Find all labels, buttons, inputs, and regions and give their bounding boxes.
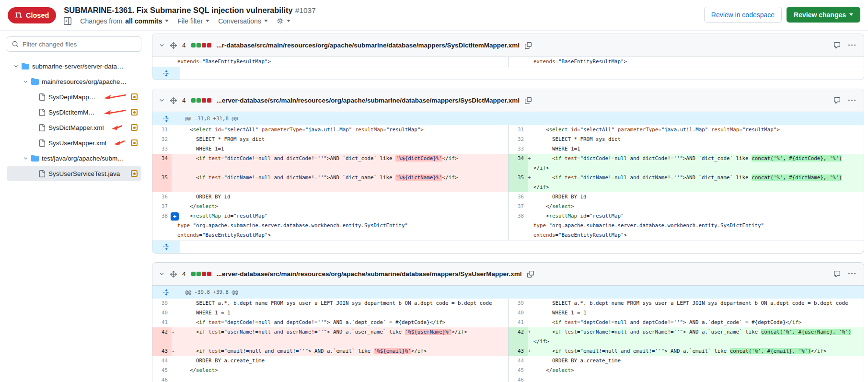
line-number[interactable]: 44: [509, 356, 528, 366]
collapse-file-button[interactable]: [159, 42, 165, 48]
line-number[interactable]: 43: [152, 347, 172, 356]
line-number[interactable]: 38: [152, 211, 172, 240]
sidebar-toggle-button[interactable]: [64, 17, 71, 25]
sidebar-item-folder-6[interactable]: test/java/org/apache/submarine/s...: [7, 150, 141, 166]
line-number[interactable]: 39: [509, 299, 528, 308]
line-number[interactable]: 33: [152, 144, 172, 154]
line-number[interactable]: 38: [509, 211, 528, 240]
add-comment-button[interactable]: +: [171, 212, 179, 220]
line-number[interactable]: 34: [509, 154, 528, 173]
line-number[interactable]: 40: [509, 308, 528, 318]
line-number[interactable]: 36: [509, 192, 528, 202]
pr-header: Closed SUBMARINE-1361. Fix Submarine SQL…: [0, 0, 868, 31]
line-number[interactable]: 39: [152, 299, 172, 308]
diff-marker: [172, 356, 177, 366]
diffstat-square-add: [197, 98, 201, 103]
expand-hunk-button[interactable]: [152, 289, 180, 296]
drag-handle-icon[interactable]: [170, 97, 177, 104]
copy-path-button[interactable]: [527, 271, 534, 278]
diff-row: 38 <resultMap id="resultMap" type="org.a…: [152, 211, 864, 240]
line-number[interactable]: 37: [152, 202, 172, 211]
file-menu-button[interactable]: [848, 270, 856, 278]
line-number[interactable]: [509, 57, 528, 67]
expand-diff-row: [152, 240, 864, 253]
line-number[interactable]: 33: [509, 144, 528, 154]
conversations-dropdown[interactable]: Conversations: [218, 17, 268, 25]
collapse-file-button[interactable]: [159, 271, 165, 277]
line-number[interactable]: 45: [509, 366, 528, 375]
diff-code: WHERE 1=1: [533, 144, 864, 154]
sidebar-item-file-4[interactable]: SysDictMapper.xml: [7, 120, 141, 135]
line-number[interactable]: 41: [152, 318, 172, 327]
diff-settings-dropdown[interactable]: [277, 17, 290, 24]
line-number[interactable]: 36: [152, 192, 172, 202]
diff-right-context: 32 SELECT * FROM sys_dict: [508, 135, 864, 144]
sidebar-item-folder-0[interactable]: submarine-server/server-database/...: [7, 58, 141, 74]
file-menu-button[interactable]: [848, 97, 856, 104]
review-changes-button[interactable]: Review changes: [787, 7, 860, 23]
copy-path-button[interactable]: [525, 42, 532, 49]
sidebar-item-folder-1[interactable]: main/resources/org/apache/subm...: [7, 74, 141, 89]
comment-button[interactable]: [833, 270, 841, 278]
file-filter-dropdown[interactable]: File filter: [177, 17, 209, 25]
drag-handle-icon[interactable]: [170, 42, 177, 49]
line-number[interactable]: 31: [152, 125, 172, 135]
line-number[interactable]: 34: [152, 154, 172, 173]
tree-item-label: main/resources/org/apache/subm...: [42, 78, 127, 85]
collapse-file-button[interactable]: [159, 97, 165, 104]
file-icon: [38, 170, 46, 177]
diffstat-square-add: [191, 98, 196, 103]
expand-hunk-button[interactable]: [152, 116, 180, 122]
diff-marker: [172, 57, 177, 67]
sidebar-item-file-7[interactable]: SysUserServiceTest.java: [7, 166, 141, 181]
comment-button[interactable]: [833, 97, 841, 104]
sidebar-item-file-2[interactable]: SysDeptMapper.xml: [7, 89, 141, 104]
line-number[interactable]: 42: [509, 327, 528, 347]
line-number[interactable]: 32: [509, 135, 528, 144]
line-number[interactable]: 43: [509, 347, 528, 356]
line-number[interactable]: 37: [509, 202, 528, 211]
line-number[interactable]: 35: [509, 173, 528, 192]
line-number[interactable]: 32: [152, 135, 172, 144]
line-number[interactable]: 46: [152, 375, 172, 382]
folder-icon: [22, 62, 29, 70]
diffstat-square-del: [207, 43, 211, 47]
line-number[interactable]: [152, 57, 172, 67]
line-number[interactable]: 41: [509, 318, 528, 327]
expand-diff-button[interactable]: [152, 241, 180, 253]
line-number[interactable]: 46: [509, 375, 528, 382]
tree-item-label: SysDeptMapper.xml: [48, 93, 96, 101]
comment-button[interactable]: [833, 42, 841, 49]
diff-right-context: extends="BaseEntityResultMap">: [508, 57, 864, 67]
line-number[interactable]: 42: [152, 327, 172, 347]
file-filter-box[interactable]: [7, 36, 141, 52]
diff-right-add: 43+ <if test="email!=null and email!=''"…: [508, 347, 864, 356]
diff-right-context: 36 ORDER BY id: [508, 192, 864, 202]
pr-title-text: SUBMARINE-1361. Fix Submarine SQL inject…: [64, 6, 292, 14]
line-number[interactable]: 40: [152, 308, 172, 318]
diff-code: </select>: [533, 202, 864, 211]
expand-diff-button[interactable]: [152, 67, 180, 80]
diff-code: <resultMap id="resultMap" type="org.apac…: [177, 211, 508, 240]
file-menu-button[interactable]: [848, 42, 856, 49]
copy-path-button[interactable]: [525, 97, 532, 104]
modified-status-icon: [131, 93, 138, 100]
line-number[interactable]: 45: [152, 366, 172, 375]
diff-marker: +: [528, 173, 533, 192]
sidebar-item-file-3[interactable]: SysDictItemMapper.xml: [7, 104, 141, 120]
sidebar-item-file-5[interactable]: SysUserMapper.xml: [7, 135, 141, 150]
line-number[interactable]: 31: [509, 125, 528, 135]
changes-from-dropdown[interactable]: Changes from all commits: [80, 17, 169, 25]
diff-left-del: 42- <if test="userName!=null and userNam…: [152, 327, 508, 347]
modified-status-icon: [131, 139, 138, 146]
drag-handle-icon[interactable]: [170, 271, 177, 278]
line-number[interactable]: 44: [152, 356, 172, 366]
review-codespace-button[interactable]: Review in codespace: [704, 7, 782, 23]
diffstat-squares: [191, 98, 211, 103]
file-filter-input[interactable]: [23, 41, 136, 48]
diff-left-context: 31 <select id="selectAll" parameterType=…: [152, 125, 508, 135]
diff-marker: +: [528, 327, 533, 347]
diff-right-context: 38 <resultMap id="resultMap" type="org.a…: [508, 211, 864, 240]
line-number[interactable]: 35: [152, 173, 172, 192]
diff-left-del: 34- <if test="dictCode!=null and dictCod…: [152, 154, 508, 173]
